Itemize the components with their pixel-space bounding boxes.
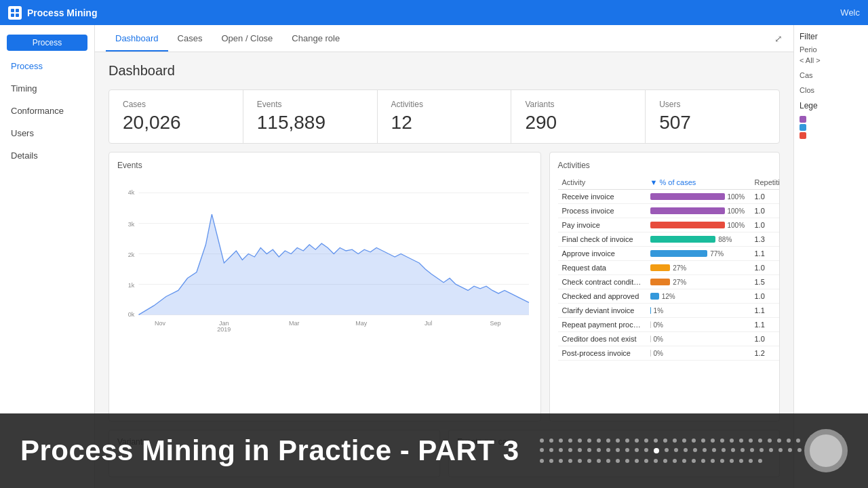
banner-dot xyxy=(720,439,724,443)
banner-dot xyxy=(758,439,762,443)
activities-table: Activity ▼ % of cases Repetitions Receiv… xyxy=(558,176,781,361)
activity-pct: 77% xyxy=(646,247,751,261)
events-svg-container: 4k 3k 2k 1k 0k xyxy=(117,176,532,341)
sidebar-item-conformance[interactable]: Conformance xyxy=(0,100,94,122)
process-button[interactable]: Process xyxy=(7,35,87,51)
kpi-variants-value: 290 xyxy=(525,112,631,134)
activity-rep: 1.0 xyxy=(751,204,781,218)
close-label[interactable]: Clos xyxy=(800,86,863,94)
svg-rect-2 xyxy=(11,14,14,17)
svg-text:Mar: Mar xyxy=(289,320,299,327)
table-row: Check contract conditions 27% 1.5 xyxy=(558,275,781,289)
svg-text:0k: 0k xyxy=(128,311,135,318)
sidebar-item-timing[interactable]: Timing xyxy=(0,77,94,100)
banner-dot xyxy=(760,448,764,452)
activity-pct: 12% xyxy=(646,289,751,304)
banner-dot xyxy=(797,448,802,452)
activity-pct: 100% xyxy=(646,204,751,218)
kpi-users-label: Users xyxy=(659,100,766,109)
activity-name: Checked and approved xyxy=(558,289,646,304)
banner-dot xyxy=(616,459,620,463)
banner-dot xyxy=(587,459,591,463)
activity-pct: 0% xyxy=(646,332,751,346)
kpi-events-value: 115,889 xyxy=(257,112,363,134)
video-banner: Process Mining in Practice - PART 3 xyxy=(0,413,868,488)
kpi-events-label: Events xyxy=(257,100,363,109)
banner-dot xyxy=(578,459,582,463)
banner-dot xyxy=(682,459,686,463)
banner-dot xyxy=(663,439,667,443)
banner-dot xyxy=(768,439,772,443)
activities-panel: Activities Activity ▼ % of cases Repetit… xyxy=(549,152,781,422)
banner-dot xyxy=(674,448,678,452)
banner-dot xyxy=(568,439,572,443)
video-banner-dots xyxy=(540,439,804,463)
app-logo xyxy=(8,6,22,20)
banner-dot xyxy=(616,439,620,443)
banner-dot xyxy=(568,459,572,463)
banner-dot xyxy=(644,439,648,443)
banner-dot xyxy=(684,448,688,452)
banner-dot xyxy=(597,448,601,452)
activity-name: Process invoice xyxy=(558,204,646,218)
banner-dot xyxy=(730,439,734,443)
banner-dot xyxy=(731,448,735,452)
table-row: Pay invoice 100% 1.0 xyxy=(558,218,781,232)
activity-name: Final check of invoice xyxy=(558,232,646,247)
app-header: Process Mining Welc xyxy=(0,0,868,25)
banner-dot xyxy=(701,459,705,463)
tab-dashboard[interactable]: Dashboard xyxy=(106,26,168,52)
legend-section: Lege xyxy=(800,101,863,139)
banner-dot xyxy=(568,448,572,452)
activity-rep: 1.0 xyxy=(751,289,781,304)
table-row: Process invoice 100% 1.0 xyxy=(558,204,781,218)
table-row: Creditor does not exist 0% 1.0 xyxy=(558,332,781,346)
banner-dot xyxy=(692,439,696,443)
kpi-row: Cases 20,026 Events 115,889 Activities 1… xyxy=(108,89,780,144)
close-section: Clos xyxy=(800,86,863,94)
tab-cases[interactable]: Cases xyxy=(168,26,212,52)
kpi-cases: Cases 20,026 xyxy=(109,90,243,143)
banner-dot xyxy=(778,448,783,452)
col-pct[interactable]: ▼ % of cases xyxy=(646,176,751,190)
activity-pct: 27% xyxy=(646,275,751,289)
activity-name: Clarify deviant invoice xyxy=(558,304,646,318)
sidebar-item-process[interactable]: Process xyxy=(0,55,94,77)
table-row: Final check of invoice 88% 1.3 xyxy=(558,232,781,247)
tab-open-close[interactable]: Open / Close xyxy=(212,26,282,52)
tab-change-role[interactable]: Change role xyxy=(282,26,349,52)
page-title: Dashboard xyxy=(108,63,780,79)
col-rep[interactable]: Repetitions xyxy=(751,176,781,190)
nav-tabs: Dashboard Cases Open / Close Change role… xyxy=(95,25,793,52)
cases-label[interactable]: Cas xyxy=(800,71,863,79)
sidebar-item-details[interactable]: Details xyxy=(0,144,94,167)
activity-name: Receive invoice xyxy=(558,190,646,204)
svg-text:4k: 4k xyxy=(128,189,135,196)
col-activity[interactable]: Activity xyxy=(558,176,646,190)
banner-dot xyxy=(750,448,754,452)
video-progress-circle[interactable] xyxy=(804,429,848,472)
kpi-variants-label: Variants xyxy=(525,100,631,109)
banner-dot xyxy=(787,439,791,443)
sidebar-item-users[interactable]: Users xyxy=(0,122,94,144)
table-row: Clarify deviant invoice 1% 1.1 xyxy=(558,304,781,318)
period-value[interactable]: < All > xyxy=(800,56,863,64)
kpi-cases-value: 20,026 xyxy=(123,112,229,134)
banner-dot xyxy=(635,448,639,452)
expand-button[interactable]: ⤢ xyxy=(774,33,783,44)
activity-name: Check contract conditions xyxy=(558,275,646,289)
banner-dot xyxy=(549,439,553,443)
kpi-activities-value: 12 xyxy=(391,112,498,134)
activity-pct: 100% xyxy=(646,190,751,204)
activity-name: Pay invoice xyxy=(558,218,646,232)
banner-dot xyxy=(692,459,696,463)
svg-rect-0 xyxy=(11,9,14,12)
banner-dot xyxy=(673,439,677,443)
banner-dot xyxy=(739,459,743,463)
events-chart-title: Events xyxy=(117,161,532,170)
activity-pct: 88% xyxy=(646,232,751,247)
banner-dot xyxy=(606,439,610,443)
banner-dot xyxy=(739,439,743,443)
period-label: Perio xyxy=(800,45,863,54)
banner-dot xyxy=(730,459,734,463)
